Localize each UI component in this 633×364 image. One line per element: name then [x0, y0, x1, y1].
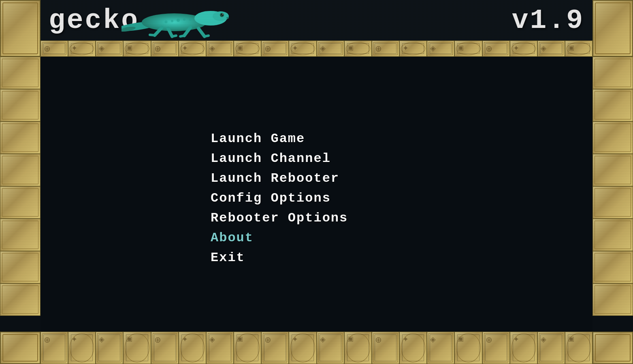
left-border-tile [0, 154, 40, 186]
top-left-corner [0, 0, 40, 57]
left-border-tile [0, 283, 40, 316]
border-tile [151, 332, 179, 364]
bottom-left-corner [0, 332, 40, 364]
menu-item-launch-channel[interactable]: Launch Channel [211, 149, 348, 168]
border-tile [96, 332, 123, 364]
right-border-tile [593, 219, 633, 251]
border-tile [427, 40, 454, 57]
border-tile [289, 40, 316, 57]
border-tile [317, 40, 344, 57]
svg-line-12 [205, 36, 209, 36]
border-tile [510, 40, 537, 57]
left-border-tile [0, 186, 40, 219]
svg-line-16 [172, 36, 176, 36]
left-border [0, 57, 40, 332]
border-tile [510, 332, 537, 364]
left-border-tile [0, 57, 40, 89]
svg-point-21 [189, 18, 192, 21]
border-tile [317, 332, 344, 364]
border-tile [68, 332, 96, 364]
border-tile [372, 40, 399, 57]
right-border-tile [593, 89, 633, 121]
border-tile [427, 332, 454, 364]
right-border-tile [593, 121, 633, 154]
menu-item-exit[interactable]: Exit [211, 249, 348, 267]
border-tile [151, 40, 179, 57]
right-border-tile [593, 251, 633, 283]
top-tile-strip [40, 40, 593, 57]
menu-item-config-options[interactable]: Config Options [211, 189, 348, 207]
menu-list: Launch GameLaunch ChannelLaunch Rebooter… [211, 130, 348, 267]
gecko-lizard-icon [121, 0, 235, 40]
right-border [593, 57, 633, 332]
border-tile [537, 40, 565, 57]
border-tile [482, 40, 510, 57]
svg-line-14 [150, 35, 155, 35]
left-border-tile [0, 121, 40, 154]
border-tile [399, 40, 427, 57]
svg-line-10 [180, 36, 184, 36]
menu-item-about[interactable]: About [211, 229, 348, 247]
top-center: gecko [40, 0, 593, 57]
right-border-tile [593, 154, 633, 186]
left-border-tile [0, 219, 40, 251]
bottom-right-corner [593, 332, 633, 364]
border-tile [454, 40, 482, 57]
border-tile [344, 332, 372, 364]
border-tile [565, 332, 593, 364]
border-tile [68, 40, 96, 57]
border-tile [40, 40, 68, 57]
border-tile [40, 332, 68, 364]
border-tile [234, 40, 261, 57]
bottom-border [0, 332, 633, 364]
main-content: Launch GameLaunch ChannelLaunch Rebooter… [40, 57, 593, 332]
menu-item-launch-rebooter[interactable]: Launch Rebooter [211, 169, 348, 187]
right-border-tile [593, 186, 633, 219]
svg-line-11 [198, 28, 205, 36]
border-tile [206, 332, 234, 364]
border-tile [96, 40, 123, 57]
right-border-tile [593, 57, 633, 89]
border-tile [123, 40, 151, 57]
border-tile [399, 332, 427, 364]
svg-point-8 [226, 17, 229, 19]
border-tile [454, 332, 482, 364]
bottom-tile-strip [40, 332, 593, 364]
border-tile [344, 40, 372, 57]
border-tile [537, 332, 565, 364]
title-bar: gecko [40, 0, 593, 40]
menu-item-launch-game[interactable]: Launch Game [211, 130, 348, 148]
border-tile [261, 40, 289, 57]
border-tile [206, 40, 234, 57]
top-right-corner [593, 0, 633, 57]
border-tile [179, 40, 206, 57]
left-border-tile [0, 251, 40, 283]
app-version: v1.9 [512, 5, 584, 36]
left-border-tile [0, 89, 40, 121]
svg-point-7 [222, 14, 223, 15]
main-screen: gecko [0, 0, 633, 364]
menu-item-rebooter-options[interactable]: Rebooter Options [211, 209, 348, 227]
top-border: gecko [0, 0, 633, 57]
svg-point-19 [171, 20, 173, 22]
svg-point-20 [165, 21, 168, 23]
border-tile [372, 332, 399, 364]
border-tile [179, 332, 206, 364]
border-tile [234, 332, 261, 364]
svg-point-18 [183, 18, 185, 21]
border-tile [261, 332, 289, 364]
right-border-tile [593, 283, 633, 316]
svg-point-17 [177, 19, 180, 22]
border-tile [289, 332, 316, 364]
border-tile [123, 332, 151, 364]
middle-row: Launch GameLaunch ChannelLaunch Rebooter… [0, 57, 633, 332]
border-tile [482, 332, 510, 364]
border-tile [565, 40, 593, 57]
